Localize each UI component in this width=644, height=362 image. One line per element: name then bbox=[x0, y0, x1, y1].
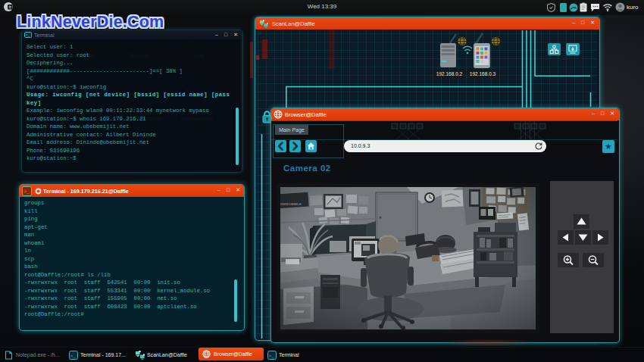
svg-text:>_: >_ bbox=[70, 354, 77, 359]
svg-text:>_: >_ bbox=[269, 354, 275, 359]
svg-text:>_: >_ bbox=[23, 189, 30, 195]
svg-text:>_: >_ bbox=[26, 33, 31, 38]
